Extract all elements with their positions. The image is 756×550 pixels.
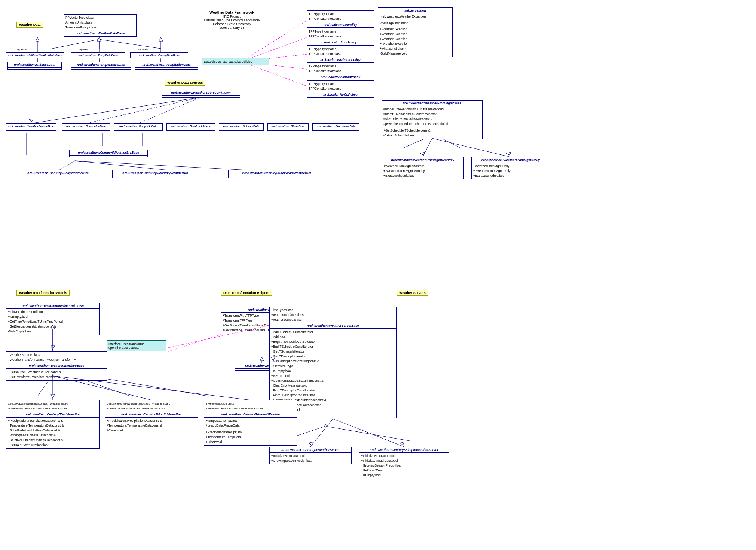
box-weather-exception-title: std::exception — [378, 8, 452, 13]
box-century5-monthly-src-title: nrel::weather::Century5MonthlyWeatherSrc — [113, 170, 198, 176]
box-weather-database-title: nrel::weather::WeatherDataBase — [64, 31, 136, 36]
box-copyable-data-title: nrel::weather::CopyableData — [114, 124, 162, 129]
svg-line-49 — [423, 138, 432, 157]
box-sum-policy: TFPType:typename TFPConstIterator:class … — [307, 28, 374, 46]
box-temperature-data-title: nrel::weather::TemperatureData — [71, 62, 131, 68]
svg-line-2 — [99, 39, 161, 49]
diagram-container: Weather Data Framework IRC Project Natur… — [0, 0, 756, 550]
box-sum-policy-title: nrel::calc::SumPolicy — [307, 40, 374, 45]
framework-title: Weather Data Framework — [180, 10, 284, 15]
weather-interfaces-label: Weather Interfaces for Models — [16, 290, 70, 296]
box-maximum-policy: TFPType:typename TFPConstIterator:class … — [307, 46, 374, 63]
svg-line-51 — [432, 138, 511, 157]
subtitle4: 2005 January 18 — [180, 26, 284, 30]
box-precip-database-title: nrel::weather::PrecipDataBase — [131, 53, 188, 58]
note-data-objects: Data objects use statistics policies — [202, 58, 269, 65]
box-noop-policy-title: nrel::calc::NoOpPolicy — [307, 92, 374, 98]
box-century5-daily-src-title: nrel::weather::Century5DailyWeatherSrc — [19, 170, 97, 176]
box-data-lookahead: nrel::weather::DataLookAhead — [166, 123, 215, 131]
box-weather-from-mgmt-base-title: nrel::weather::WeatherFromMgmtBase — [382, 101, 482, 106]
box-static-data: nrel::weather::StaticData — [267, 123, 309, 131]
svg-marker-7 — [36, 37, 39, 41]
box-mean-policy: TFPType:typename TFPConstIterator:class … — [307, 10, 374, 28]
box-weather-source-unknown: nrel::weather::WeatherSourceUnknown — [162, 90, 240, 98]
note-interface-transforms: Interface uses transformsupon the data s… — [107, 340, 166, 351]
svg-marker-38 — [51, 346, 55, 350]
box-maximum-policy-title: nrel::calc::MaximumPolicy — [307, 57, 374, 63]
box-century5-monthly-src: nrel::weather::Century5MonthlyWeatherSrc — [112, 170, 198, 178]
box-weather-exception: std::exception nrel::weather::WeatherExc… — [378, 7, 453, 57]
subtitle3: Colorado State University — [180, 22, 284, 26]
box-copyable-data: nrel::weather::CopyableData — [114, 123, 163, 131]
box-century5-daily-weather-title: nrel::weather::Century5DailyWeather — [6, 412, 99, 417]
box-minimum-policy-title: nrel::calc::MinimumPolicy — [307, 74, 374, 80]
box-century5-annual-weather: TWeatherSource:class TWeatherTransform:c… — [204, 400, 297, 446]
box-century5-site-param: nrel::weather::Century5SiteParamWeatherS… — [228, 170, 325, 178]
box-weather-from-mgmt-daily: nrel::weather::WeatherFromMgmtDaily +Wea… — [471, 157, 550, 179]
box-unitless-data-title: nrel::weather::UnitlessData — [8, 62, 61, 68]
box-weather-interface-base-title: nrel::weather::WeatherInterfaceBase — [6, 363, 107, 369]
box-stochastic-data-title: nrel::weather::StochasticData — [313, 124, 359, 129]
box-century5-site-param-title: nrel::weather::Century5SiteParamWeatherS… — [229, 170, 325, 176]
svg-marker-46 — [309, 442, 313, 445]
box-noop-policy: TFPType:typename TFPConstIterator:class … — [307, 80, 374, 98]
subtitle1: IRC Project — [180, 15, 284, 18]
box-weather-from-mgmt-base: nrel::weather::WeatherFromMgmtBase #mode… — [382, 100, 483, 139]
box-century5-annual-weather-title: nrel::weather::Century5AnnualWeather — [204, 412, 297, 417]
svg-marker-50 — [420, 152, 425, 155]
typedef-temp: typedef — [79, 48, 88, 51]
box-reuseable-data-title: nrel::weather::ReuseableData — [62, 124, 110, 129]
title-block: Weather Data Framework IRC Project Natur… — [180, 10, 284, 30]
typedef-precip: typedef — [138, 48, 148, 51]
svg-marker-30 — [324, 424, 327, 428]
data-transform-helpers-label: Data Transformation Helpers — [221, 290, 272, 296]
weather-servers-label: Weather Servers — [397, 290, 428, 296]
box-century5-weather-server: nrel::weather::Century5WeatherServer +In… — [269, 447, 352, 464]
box-century5-src-base-title: nrel::weather::Century5WeatherSrcBase — [70, 150, 147, 156]
box-unitless-database: nrel::weather::UnitlessWeatherDataBase — [6, 52, 64, 58]
box-century5-daily-weather: Century5DailyWeatherSrc:class TWeatherSo… — [6, 400, 100, 449]
box-weather-from-mgmt-monthly-title: nrel::weather::WeatherFromMgmtMonthly — [382, 157, 463, 163]
box-century5-simple-weather-server-title: nrel::weather::Century5SimpleWeatherServ… — [359, 447, 449, 453]
box-century5-weather-server-title: nrel::weather::Century5WeatherServer — [270, 447, 351, 453]
svg-line-0 — [52, 39, 99, 49]
box-minimum-policy: TFPType:typename TFPConstIterator:class … — [307, 63, 374, 80]
box-weather-server-base-title: nrel::weather::WeatherServerBase — [270, 323, 396, 329]
svg-line-55 — [86, 97, 201, 123]
svg-line-47 — [333, 419, 404, 447]
svg-line-29 — [325, 426, 411, 441]
box-mean-policy-title: nrel::calc::MeanPolicy — [307, 22, 374, 28]
box-unitless-database-title: nrel::weather::UnitlessWeatherDataBase — [6, 53, 64, 58]
box-weather-from-mgmt-monthly: nrel::weather::WeatherFromMgmtMonthly +W… — [382, 157, 464, 179]
svg-marker-48 — [400, 442, 404, 445]
typedef-unitless: typedef — [17, 48, 27, 51]
box-gridded-data-title: nrel::weather::GriddedData — [219, 124, 263, 129]
box-weather-database: FPVectorType:class AmountUnits:class Tra… — [64, 14, 137, 37]
box-weather-from-mgmt-daily-title: nrel::weather::WeatherFromMgmtDaily — [472, 157, 550, 163]
svg-line-45 — [310, 419, 333, 447]
box-precip-database: nrel::weather::PrecipDataBase — [130, 52, 188, 58]
svg-line-56 — [138, 97, 201, 123]
box-weather-interface-base: TWeatherSource:class TWeatherTransform:c… — [6, 351, 107, 381]
svg-marker-9 — [97, 37, 101, 41]
svg-marker-40 — [51, 394, 55, 398]
box-century5-src-base: nrel::weather::Century5WeatherSrcBase — [69, 150, 148, 157]
svg-marker-54 — [29, 119, 33, 122]
svg-line-53 — [31, 97, 201, 123]
box-weather-interface-unknown: nrel::weather::WeatherInterfaceUnknown +… — [6, 303, 100, 335]
svg-line-31 — [168, 335, 221, 351]
box-temperature-data: nrel::weather::TemperatureData — [71, 62, 131, 70]
box-gridded-data: nrel::weather::GriddedData — [219, 123, 264, 131]
box-static-data-title: nrel::weather::StaticData — [268, 124, 308, 129]
weather-data-sources-label: Weather Data Sources — [165, 80, 205, 86]
box-data-lookahead-title: nrel::weather::DataLookAhead — [167, 124, 215, 129]
box-century5-monthly-weather: Century5MonthlyWeatherSrc:class TWeather… — [105, 400, 198, 434]
box-weather-interface-unknown-title: nrel::weather::WeatherInterfaceUnknown — [6, 303, 99, 309]
box-precipitation-data: nrel::weather::PrecipitationData — [135, 62, 198, 70]
box-unitless-data: nrel::weather::UnitlessData — [7, 62, 62, 70]
box-reuseable-data: nrel::weather::ReuseableData — [62, 123, 110, 131]
box-temp-database: nrel::weather::TempDataBase — [71, 52, 125, 58]
box-weather-source-base-title: nrel::weather::WeatherSourceBase — [6, 124, 56, 129]
box-temp-database-title: nrel::weather::TempDataBase — [71, 53, 125, 58]
svg-marker-33 — [260, 357, 264, 361]
